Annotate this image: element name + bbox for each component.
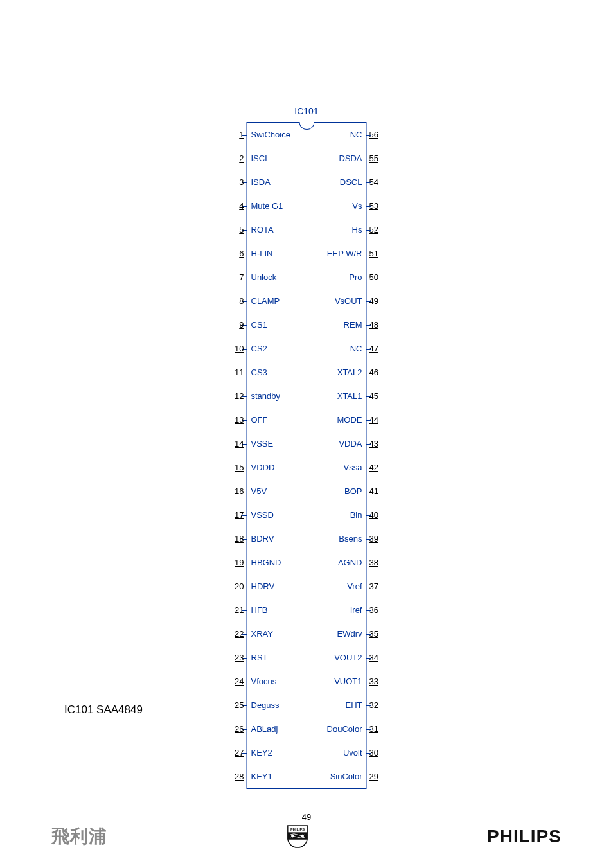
- pin-name-right: Bin: [350, 510, 362, 520]
- pin-name-right: REM: [344, 320, 362, 330]
- pin-row: 17VSSDBin40: [247, 503, 366, 527]
- pin-number-right: 48: [369, 320, 389, 330]
- pin-row: 4Mute G1Vs53: [247, 194, 366, 218]
- pin-lead: [366, 301, 371, 302]
- pin-row: 26ABLadjDouColor31: [247, 717, 366, 741]
- pin-lead: [366, 563, 371, 563]
- ic-title: IC101: [0, 106, 613, 116]
- pin-number-left: 7: [225, 272, 244, 282]
- pin-number-right: 52: [369, 225, 389, 235]
- pin-number-right: 56: [369, 130, 389, 139]
- pin-lead: [366, 515, 371, 516]
- pin-number-right: 42: [369, 463, 389, 472]
- pin-name-left: ABLadj: [251, 724, 278, 734]
- pin-row: 11CS3XTAL246: [247, 360, 366, 384]
- pin-row: 18BDRVBsens39: [247, 527, 366, 551]
- pin-name-right: DSCL: [340, 177, 362, 187]
- pin-lead: [366, 349, 371, 350]
- pin-number-left: 14: [225, 439, 244, 448]
- pin-lead: [366, 587, 371, 587]
- pin-name-right: Uvolt: [343, 748, 362, 757]
- pin-number-left: 6: [225, 249, 244, 258]
- pin-number-left: 5: [225, 225, 244, 235]
- pin-name-left: KEY1: [251, 772, 272, 781]
- pin-number-left: 18: [225, 534, 244, 544]
- pin-number-right: 53: [369, 201, 389, 211]
- svg-text:PHILIPS: PHILIPS: [290, 828, 304, 831]
- pin-number-left: 16: [225, 486, 244, 496]
- pin-row: 25DegussEHT32: [247, 693, 366, 717]
- pin-lead: [366, 420, 371, 421]
- pin-number-left: 25: [225, 700, 244, 710]
- pin-name-left: VDDD: [251, 463, 275, 472]
- pin-lead: [366, 373, 371, 373]
- pin-lead: [366, 278, 371, 278]
- pin-number-left: 1: [225, 130, 244, 139]
- pin-name-left: CS3: [251, 368, 267, 377]
- pin-row: 2ISCLDSDA55: [247, 146, 366, 170]
- pin-number-left: 9: [225, 320, 244, 330]
- pin-row: 5ROTAHs52: [247, 218, 366, 242]
- pin-number-right: 33: [369, 677, 389, 686]
- pin-name-left: RST: [251, 653, 268, 662]
- pin-number-left: 4: [225, 201, 244, 211]
- pin-name-right: DSDA: [339, 154, 362, 163]
- pin-number-left: 3: [225, 177, 244, 187]
- pin-number-right: 30: [369, 748, 389, 757]
- pin-lead: [366, 182, 371, 183]
- pin-row: 10CS2NC47: [247, 337, 366, 360]
- pin-name-left: HFB: [251, 605, 268, 615]
- pin-lead: [366, 135, 371, 136]
- pin-name-left: XRAY: [251, 629, 273, 639]
- pin-row: 12standbyXTAL145: [247, 384, 366, 408]
- pin-number-left: 21: [225, 605, 244, 615]
- pin-number-right: 39: [369, 534, 389, 544]
- pin-number-right: 55: [369, 154, 389, 163]
- pin-lead: [366, 753, 371, 754]
- pin-lead: [366, 230, 371, 231]
- pin-name-right: Vref: [347, 581, 362, 591]
- pin-name-left: HBGND: [251, 558, 281, 567]
- pin-number-right: 50: [369, 272, 389, 282]
- pin-name-right: Vs: [352, 201, 362, 211]
- pin-number-left: 11: [225, 368, 244, 377]
- pin-number-right: 35: [369, 629, 389, 639]
- pin-row: 20HDRVVref37: [247, 574, 366, 598]
- pin-row: 9CS1REM48: [247, 313, 366, 337]
- pin-name-right: Pro: [349, 272, 362, 282]
- pin-name-left: KEY2: [251, 748, 272, 757]
- pin-number-right: 54: [369, 177, 389, 187]
- pin-lead: [366, 705, 371, 706]
- pin-name-left: standby: [251, 391, 281, 401]
- pin-lead: [366, 325, 371, 326]
- pin-number-right: 44: [369, 415, 389, 425]
- pin-name-left: H-LIN: [251, 249, 273, 258]
- pin-number-right: 49: [369, 296, 389, 306]
- pin-name-right: VOUT2: [334, 653, 362, 662]
- pin-name-left: OFF: [251, 415, 268, 425]
- pin-row: 16V5VBOP41: [247, 479, 366, 503]
- pin-name-left: Mute G1: [251, 201, 283, 211]
- pin-number-right: 32: [369, 700, 389, 710]
- pin-name-right: Hs: [352, 225, 362, 235]
- pin-name-right: Vssa: [344, 463, 362, 472]
- pin-row: 15VDDDVssa42: [247, 456, 366, 479]
- pin-row: 14VSSEVDDA43: [247, 432, 366, 456]
- pin-name-right: VsOUT: [335, 296, 362, 306]
- pin-row: 21HFBIref36: [247, 598, 366, 622]
- pin-number-right: 29: [369, 772, 389, 781]
- pin-number-left: 12: [225, 391, 244, 401]
- pin-name-right: EEP W/R: [327, 249, 362, 258]
- pin-name-right: SinColor: [330, 772, 362, 781]
- svg-rect-1: [287, 832, 306, 839]
- pin-name-right: VDDA: [339, 439, 362, 448]
- pin-row: 22XRAYEWdrv35: [247, 622, 366, 646]
- pin-number-right: 45: [369, 391, 389, 401]
- pin-row: 24VfocusVUOT133: [247, 669, 366, 693]
- pin-number-right: 34: [369, 653, 389, 662]
- page-number: 49: [0, 812, 613, 822]
- pin-name-right: XTAL1: [337, 391, 362, 401]
- pin-name-left: ISDA: [251, 177, 271, 187]
- pin-row: 8CLAMPVsOUT49: [247, 289, 366, 313]
- pin-number-right: 40: [369, 510, 389, 520]
